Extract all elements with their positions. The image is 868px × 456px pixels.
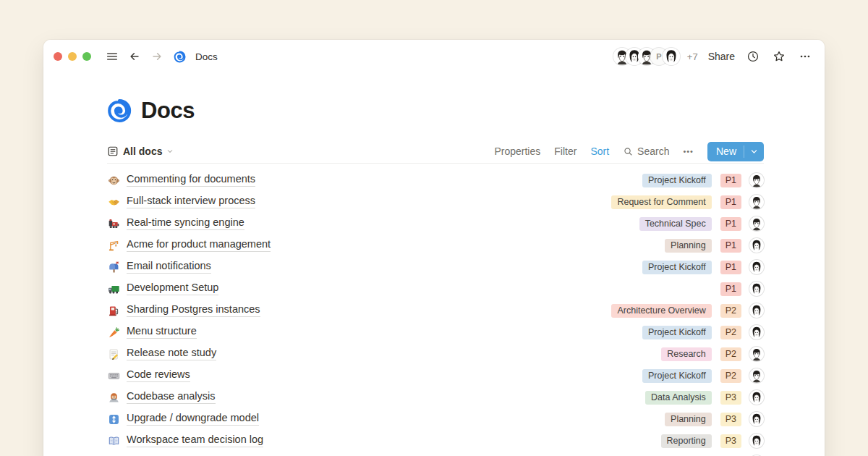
history-icon[interactable] — [745, 48, 761, 64]
doc-tag: Project Kickoff — [642, 326, 712, 339]
doc-tag: Request for Comment — [611, 195, 711, 209]
doc-tag: Data Analysis — [645, 391, 712, 405]
doc-title[interactable]: Commenting for documents — [127, 174, 255, 187]
doc-row[interactable]: Workspace team decision logReportingP3 — [107, 430, 764, 452]
back-icon[interactable] — [127, 48, 142, 64]
doc-title[interactable]: Full-stack interview process — [127, 195, 255, 208]
priority-badge: P3 — [720, 413, 741, 426]
locomotive-icon — [107, 217, 120, 230]
doc-title[interactable]: Release note study — [127, 347, 216, 360]
properties-button[interactable]: Properties — [494, 145, 540, 157]
doc-title[interactable]: Acme for product management — [127, 239, 271, 252]
technologist-icon — [107, 391, 120, 404]
doc-tag: Project Kickoff — [642, 174, 712, 187]
minimize-window-button[interactable] — [68, 52, 77, 61]
assignee-avatar — [749, 303, 764, 318]
doc-title[interactable]: Codebase analysis — [127, 391, 216, 404]
view-selector[interactable]: All docs — [107, 145, 174, 157]
assignee-avatar — [749, 282, 764, 296]
priority-badge: P2 — [720, 369, 741, 383]
doc-title[interactable]: Code reviews — [127, 369, 190, 382]
collaborator-avatars[interactable]: P — [613, 48, 680, 65]
new-button-label[interactable]: New — [707, 142, 744, 161]
doc-row[interactable]: Codebase analysisData AnalysisP3 — [107, 387, 764, 408]
maximize-window-button[interactable] — [82, 52, 91, 61]
assignee-avatar — [749, 216, 764, 231]
assignee-avatar — [749, 260, 764, 274]
memo-icon — [107, 347, 120, 360]
truck-icon — [107, 282, 120, 295]
doc-row[interactable]: Upgrade / downgrade modelPlanningP3 — [107, 408, 764, 430]
view-actions: Properties Filter Sort Search ••• New — [494, 142, 764, 161]
assignee-avatar — [749, 434, 764, 448]
carrot-icon — [107, 326, 120, 339]
assignee-avatar — [749, 347, 764, 361]
page-content: Docs All docs Properties Filter Sort Sea… — [43, 96, 825, 456]
doc-row[interactable]: Commenting for documentsProject KickoffP… — [107, 169, 764, 191]
doc-tag: Project Kickoff — [642, 369, 712, 383]
view-selector-label: All docs — [123, 145, 162, 157]
share-button[interactable]: Share — [708, 51, 735, 62]
window-titlebar: Docs P +7 Share — [43, 40, 825, 73]
doc-row[interactable]: Acme for product managementPlanningP1 — [107, 235, 764, 256]
menu-icon[interactable] — [104, 48, 120, 64]
sort-button[interactable]: Sort — [590, 145, 609, 157]
page-title: Docs — [141, 98, 195, 124]
priority-badge: P3 — [720, 434, 741, 448]
assignee-avatar — [749, 368, 764, 383]
window-title: Docs — [195, 51, 218, 62]
new-dropdown-chevron-icon[interactable] — [744, 142, 764, 161]
close-window-button[interactable] — [54, 52, 62, 61]
doc-row[interactable]: Full-stack interview processRequest for … — [107, 191, 764, 213]
priority-badge: P1 — [720, 195, 741, 209]
view-toolbar: All docs Properties Filter Sort Search •… — [107, 140, 764, 164]
priority-badge: P3 — [720, 391, 741, 405]
doc-title[interactable]: Email notifications — [127, 261, 211, 274]
doc-row[interactable]: Real-time syncing engineTechnical SpecP1 — [107, 213, 764, 235]
docs-logo-icon — [107, 98, 132, 123]
doc-tag: Technical Spec — [639, 217, 712, 231]
assignee-avatar — [749, 173, 764, 187]
open-book-icon — [107, 434, 120, 447]
search-icon — [623, 146, 634, 157]
avatar-overflow-count[interactable]: +7 — [687, 51, 698, 62]
priority-badge: P1 — [720, 217, 741, 231]
more-options-icon[interactable] — [797, 48, 813, 64]
priority-badge: P1 — [720, 261, 741, 274]
assignee-avatar — [749, 238, 764, 253]
doc-row[interactable]: Code reviewsProject KickoffP2 — [107, 365, 764, 387]
priority-badge: P2 — [720, 326, 741, 339]
doc-row[interactable]: Development SetupP1 — [107, 278, 764, 300]
doc-row[interactable]: Menu structureProject KickoffP2 — [107, 321, 764, 343]
assignee-avatar — [749, 412, 764, 426]
app-logo-icon — [171, 48, 187, 64]
doc-title[interactable]: Development Setup — [127, 282, 218, 295]
mailbox-icon — [107, 261, 120, 274]
search-button[interactable]: Search — [623, 145, 669, 157]
page-header: Docs — [107, 96, 764, 126]
filter-button[interactable]: Filter — [554, 145, 576, 157]
doc-title[interactable]: Workspace team decision log — [127, 434, 263, 447]
assignee-avatar — [749, 390, 764, 405]
forward-icon[interactable] — [149, 48, 165, 64]
priority-badge: P1 — [720, 174, 741, 187]
docs-list: Commenting for documentsProject KickoffP… — [107, 169, 764, 456]
doc-tag: Planning — [665, 239, 712, 253]
doc-tag: Research — [661, 347, 712, 361]
priority-badge: P1 — [720, 239, 741, 253]
doc-row[interactable]: Email notificationsProject KickoffP1 — [107, 256, 764, 278]
priority-badge: P2 — [720, 347, 741, 361]
doc-title[interactable]: Menu structure — [127, 326, 197, 339]
app-window: Docs P +7 Share Docs — [43, 40, 825, 456]
doc-row[interactable]: Release note studyResearchP2 — [107, 343, 764, 365]
doc-title[interactable]: Upgrade / downgrade model — [127, 413, 259, 426]
all-docs-icon — [107, 145, 119, 157]
doc-title[interactable]: Sharding Postgres instances — [127, 304, 260, 317]
handshake-icon — [107, 195, 120, 208]
new-button[interactable]: New — [707, 142, 764, 161]
toolbar-more-icon[interactable]: ••• — [683, 147, 694, 156]
doc-row[interactable]: Sharding Postgres instancesArchitecture … — [107, 300, 764, 321]
doc-row[interactable]: Performance review feedbackResearchP3 — [107, 452, 764, 456]
favorite-star-icon[interactable] — [771, 48, 787, 64]
doc-title[interactable]: Real-time syncing engine — [127, 217, 244, 230]
